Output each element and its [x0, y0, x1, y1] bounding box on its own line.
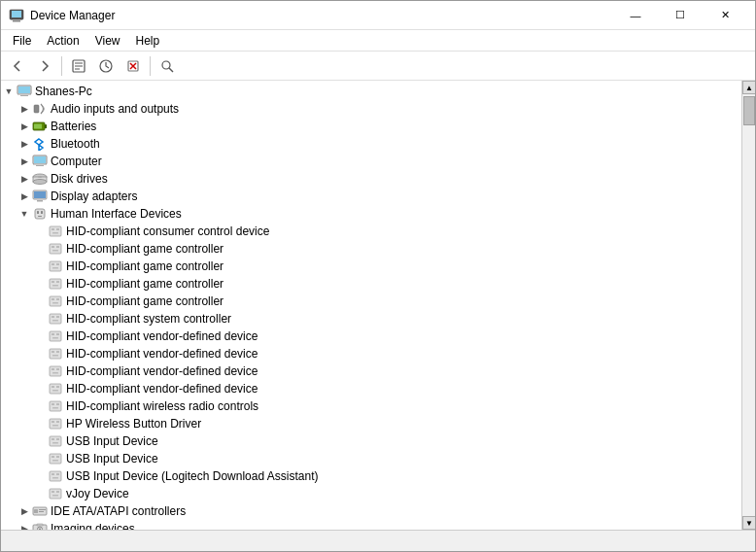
device-tree[interactable]: ▼ Shanes-Pc ▶: [1, 81, 741, 530]
hid-wireless-icon: [48, 398, 63, 414]
tree-display[interactable]: ▶ Display adapters: [1, 188, 741, 205]
bluetooth-icon: [32, 136, 48, 152]
forward-button[interactable]: [32, 54, 57, 78]
update-driver-button[interactable]: [93, 54, 119, 78]
svg-point-12: [162, 61, 170, 69]
tree-computer[interactable]: ▶ Computer: [1, 153, 741, 170]
back-button[interactable]: [5, 54, 30, 78]
svg-rect-15: [18, 86, 30, 93]
tree-disk[interactable]: ▶ Disk drives: [1, 170, 741, 188]
close-button[interactable]: ✕: [703, 1, 747, 30]
tree-hid-game-2[interactable]: ▶ HID-compliant game controller: [1, 258, 741, 275]
tree-hid-consumer[interactable]: ▶ HID-compliant consumer control device: [1, 223, 741, 240]
bluetooth-expander[interactable]: ▶: [17, 136, 32, 152]
tree-audio[interactable]: ▶ Audio inputs and outputs: [1, 100, 741, 118]
tree-hid-game-1[interactable]: ▶ HID-compliant game controller: [1, 240, 741, 258]
hid-expander[interactable]: ▼: [17, 206, 32, 222]
tree-vjoy[interactable]: ▶ vJoy Device: [1, 485, 741, 502]
hid-game-3-icon: [48, 276, 63, 292]
svg-rect-40: [56, 228, 59, 230]
tree-hid-wireless[interactable]: ▶ HID-compliant wireless radio controls: [1, 397, 741, 415]
tree-hid[interactable]: ▼ Human Interface Devices: [1, 205, 741, 223]
svg-rect-35: [37, 211, 39, 214]
audio-expander[interactable]: ▶: [17, 101, 32, 117]
svg-rect-39: [52, 228, 54, 230]
svg-rect-103: [34, 509, 38, 513]
svg-rect-62: [50, 331, 61, 341]
menu-help[interactable]: Help: [128, 32, 168, 50]
display-expander[interactable]: ▶: [17, 189, 32, 204]
svg-rect-91: [52, 456, 54, 458]
ide-expander[interactable]: ▶: [17, 503, 32, 519]
tree-batteries[interactable]: ▶ Batteries: [1, 118, 741, 135]
svg-rect-75: [52, 386, 54, 388]
svg-rect-71: [52, 368, 54, 370]
hid-vendor-1-icon: [48, 328, 63, 344]
svg-rect-80: [56, 403, 59, 405]
tree-hid-system[interactable]: ▶ HID-compliant system controller: [1, 310, 741, 328]
root-expander[interactable]: ▼: [1, 84, 17, 99]
ide-icon: [32, 503, 48, 519]
svg-rect-105: [39, 511, 44, 512]
batteries-label: Batteries: [51, 120, 96, 133]
svg-rect-31: [34, 191, 46, 198]
computer-expander[interactable]: ▶: [17, 154, 32, 169]
svg-rect-47: [52, 263, 54, 265]
tree-usb-input-1[interactable]: ▶ USB Input Device: [1, 432, 741, 450]
hid-game-1-label: HID-compliant game controller: [66, 242, 223, 256]
imaging-label: Imaging devices: [51, 522, 135, 530]
tree-usb-logitech[interactable]: ▶ USB Input Device (Logitech Download As…: [1, 467, 741, 485]
svg-rect-20: [45, 124, 47, 128]
tree-hid-vendor-2[interactable]: ▶ HID-compliant vendor-defined device: [1, 345, 741, 362]
scroll-down-button[interactable]: ▼: [742, 516, 755, 530]
batteries-expander[interactable]: ▶: [17, 119, 32, 134]
window-icon: [9, 8, 24, 23]
hid-game-4-label: HID-compliant game controller: [66, 294, 223, 308]
svg-rect-2: [13, 20, 20, 22]
svg-rect-109: [37, 524, 43, 526]
tree-imaging[interactable]: ▶ Imaging devices: [1, 520, 741, 530]
scroll-thumb[interactable]: [743, 96, 755, 125]
svg-rect-70: [50, 366, 61, 376]
main-area: ▼ Shanes-Pc ▶: [1, 81, 755, 530]
svg-rect-46: [50, 261, 61, 271]
svg-rect-24: [36, 165, 44, 166]
vertical-scrollbar[interactable]: ▲ ▼: [741, 81, 755, 530]
svg-rect-54: [50, 296, 61, 306]
hid-system-label: HID-compliant system controller: [66, 312, 231, 326]
tree-hid-vendor-3[interactable]: ▶ HID-compliant vendor-defined device: [1, 362, 741, 380]
imaging-expander[interactable]: ▶: [17, 521, 32, 530]
tree-hid-vendor-4[interactable]: ▶ HID-compliant vendor-defined device: [1, 380, 741, 397]
minimize-button[interactable]: —: [613, 1, 658, 30]
tree-root[interactable]: ▼ Shanes-Pc: [1, 83, 741, 100]
menu-view[interactable]: View: [87, 32, 128, 50]
properties-button[interactable]: [66, 54, 91, 78]
hp-wireless-icon: [48, 416, 63, 431]
scan-button[interactable]: [155, 54, 180, 78]
tree-usb-input-2[interactable]: ▶ USB Input Device: [1, 450, 741, 467]
tree-hp-wireless[interactable]: ▶ HP Wireless Button Driver: [1, 415, 741, 432]
tree-bluetooth[interactable]: ▶ Bluetooth: [1, 135, 741, 153]
hid-consumer-icon: [48, 224, 63, 239]
hid-icon: [32, 206, 48, 222]
tree-ide[interactable]: ▶ IDE ATA/ATAPI controllers: [1, 502, 741, 520]
toolbar-sep-1: [61, 56, 62, 76]
hid-vendor-1-label: HID-compliant vendor-defined device: [66, 329, 258, 343]
svg-rect-43: [52, 246, 54, 248]
svg-rect-100: [56, 491, 59, 493]
svg-rect-64: [56, 333, 59, 335]
menu-action[interactable]: Action: [39, 32, 86, 50]
svg-rect-86: [50, 436, 61, 446]
tree-hid-game-4[interactable]: ▶ HID-compliant game controller: [1, 293, 741, 310]
tree-hid-vendor-1[interactable]: ▶ HID-compliant vendor-defined device: [1, 328, 741, 345]
usb-logitech-icon: [48, 468, 63, 484]
disk-expander[interactable]: ▶: [17, 171, 32, 187]
uninstall-button[interactable]: [120, 54, 146, 78]
tree-hid-game-3[interactable]: ▶ HID-compliant game controller: [1, 275, 741, 293]
svg-rect-68: [56, 351, 59, 353]
scroll-up-button[interactable]: ▲: [742, 81, 755, 94]
maximize-button[interactable]: ☐: [658, 1, 703, 30]
svg-rect-45: [52, 250, 58, 252]
svg-rect-89: [52, 442, 58, 444]
menu-file[interactable]: File: [5, 32, 39, 50]
